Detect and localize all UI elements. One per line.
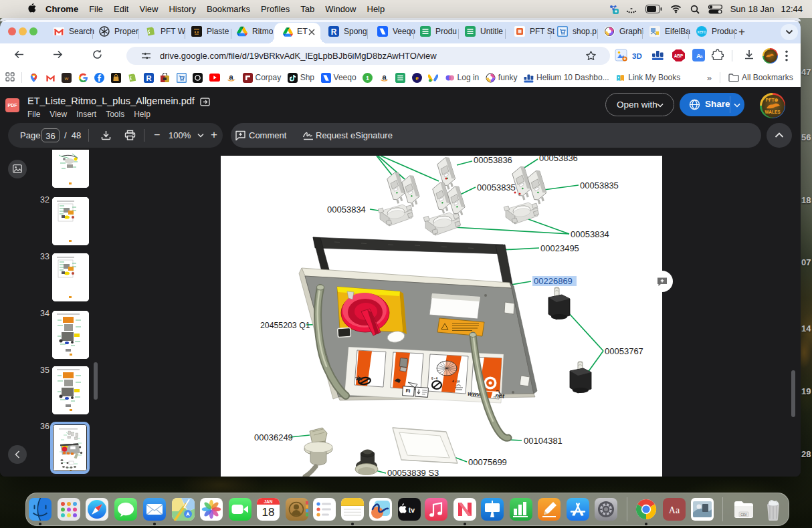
svg-text:FI: FI [405,388,410,394]
svg-text:.net: .net [494,392,506,400]
svg-text:00226869: 00226869 [534,276,573,286]
svg-text:a: a [229,73,233,81]
svg-text:a: a [382,73,387,81]
svg-text:00104381: 00104381 [524,436,563,446]
svg-text:1: 1 [366,75,369,82]
svg-text:20455203 Q1: 20455203 Q1 [260,321,310,330]
svg-text:e: e [415,74,419,82]
svg-text:00053835: 00053835 [580,180,619,190]
svg-text:00053834: 00053834 [327,205,366,215]
svg-text:00053839 S3: 00053839 S3 [387,468,439,477]
svg-text:R: R [146,74,151,82]
svg-text:xero: xero [697,29,706,34]
svg-text:R: R [331,27,337,37]
svg-text:00023495: 00023495 [540,243,579,253]
svg-text:0 - 4: 0 - 4 [431,377,438,380]
svg-text:00053835: 00053835 [477,182,516,192]
svg-text:a: a [700,54,703,59]
svg-text:00075699: 00075699 [468,457,507,467]
svg-text:00053836: 00053836 [539,156,578,163]
svg-text:00053767: 00053767 [605,346,643,356]
svg-text:Aa: Aa [669,505,680,515]
svg-text:4 - 10: 4 - 10 [452,380,460,384]
svg-text:w: w [64,76,69,82]
svg-text:JAN: JAN [264,499,272,504]
svg-text:00036249: 00036249 [254,432,293,442]
svg-text:tv: tv [409,506,415,514]
svg-text:CSV: CSV [740,513,746,517]
svg-text:00053836: 00053836 [474,156,512,165]
svg-text:ABP: ABP [674,53,684,58]
svg-text:18: 18 [262,506,275,519]
svg-text:00053834: 00053834 [571,229,609,239]
